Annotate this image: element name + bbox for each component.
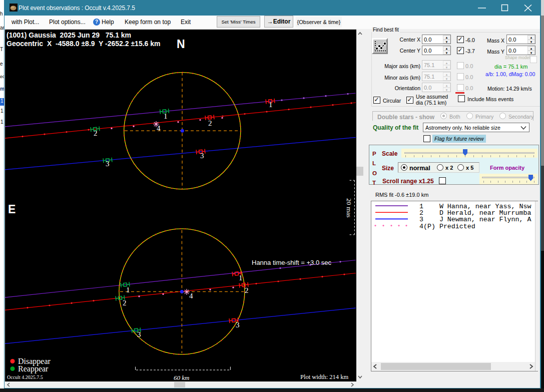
svg-text:3: 3 — [137, 330, 141, 338]
svg-text:Plot width: 214 km: Plot width: 214 km — [300, 373, 348, 380]
svg-text:2: 2 — [123, 299, 127, 307]
svg-text:3: 3 — [106, 160, 110, 168]
svg-text:4: 4 — [157, 124, 161, 132]
svg-text:Geocentric X -4588.0 ±8.9 Y: Geocentric X -4588.0 ±8.9 Y -2652.2 ±15.… — [7, 40, 160, 48]
svg-text:2: 2 — [94, 129, 98, 137]
svg-text:4: 4 — [189, 292, 193, 300]
svg-text:E: E — [8, 203, 16, 216]
svg-text:1: 1 — [269, 101, 273, 109]
svg-text:3: 3 — [200, 152, 204, 160]
svg-text:1: 1 — [164, 112, 168, 120]
svg-text:(1001) Gaussia 2025 Jun 29: (1001) Gaussia 2025 Jun 29 75.1 km — [7, 31, 131, 39]
svg-text:4(P) Predicted: 4(P) Predicted — [419, 223, 475, 230]
svg-text:2: 2 — [208, 119, 212, 127]
svg-text:1: 1 — [126, 286, 130, 294]
svg-text:Occult 4.2025.7.5: Occult 4.2025.7.5 — [7, 374, 43, 380]
svg-text:N: N — [177, 38, 185, 51]
svg-text:Reappear: Reappear — [18, 364, 49, 373]
svg-text:2: 2 — [245, 286, 249, 294]
svg-text:20 mas: 20 mas — [345, 198, 353, 218]
svg-text:1: 1 — [239, 274, 243, 282]
svg-text:60 km: 60 km — [174, 374, 189, 381]
svg-text:Hanna time-shift = +3.0 sec: Hanna time-shift = +3.0 sec — [252, 259, 331, 266]
svg-text:3: 3 — [236, 321, 240, 329]
